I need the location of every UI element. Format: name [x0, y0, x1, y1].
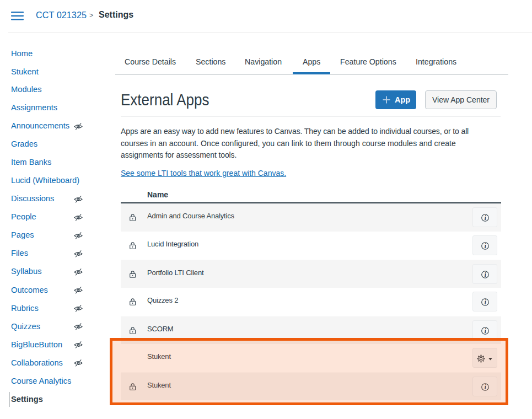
svg-text:i: i [485, 299, 487, 305]
svg-text:i: i [485, 214, 487, 221]
svg-text:i: i [485, 327, 487, 334]
svg-text:i: i [485, 243, 487, 249]
svg-text:i: i [485, 271, 487, 278]
